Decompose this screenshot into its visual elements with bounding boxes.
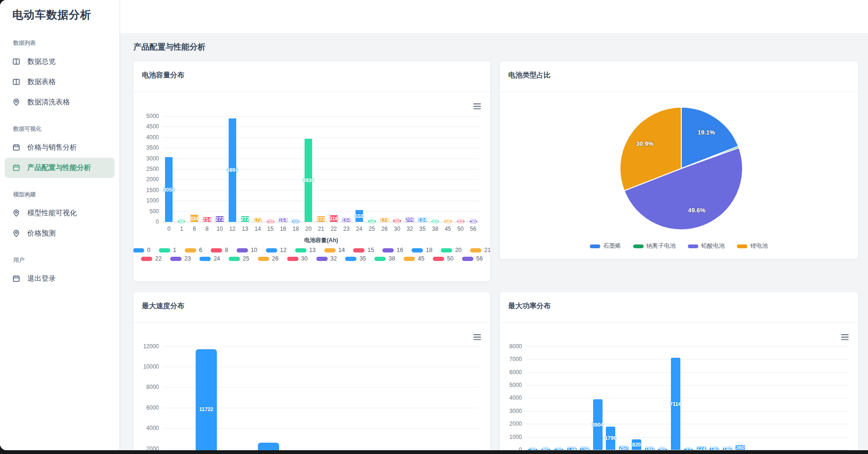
legend-item-石墨烯[interactable]: 石墨烯 — [590, 242, 621, 250]
legend-item-12[interactable]: 12 — [266, 247, 287, 253]
legend-item-13[interactable]: 13 — [295, 247, 316, 253]
x-axis-tick-label: 32 — [404, 226, 416, 232]
legend-label: 50 — [447, 255, 454, 262]
y-axis-tick-label: 5000 — [501, 382, 522, 388]
legend-item-0[interactable]: 0 — [133, 247, 150, 253]
legend-label: 15 — [367, 247, 374, 253]
legend-marker — [159, 248, 170, 252]
gridline — [163, 137, 479, 138]
y-axis-tick-label: 3000 — [138, 155, 159, 162]
legend-label: 钠离子电池 — [646, 242, 676, 250]
legend-item-23[interactable]: 23 — [170, 255, 191, 262]
legend-item-15[interactable]: 15 — [353, 247, 374, 253]
sidebar-item-1-0[interactable]: 价格与销售分析 — [5, 137, 115, 158]
legend-row: 0168101213141516182021 — [133, 247, 490, 253]
sidebar-item-2-0[interactable]: 模型性能可视化 — [5, 203, 115, 223]
bar-value-label: 56 — [285, 218, 306, 225]
legend-label: 35 — [359, 255, 366, 262]
gridline — [526, 437, 848, 437]
top-bar — [119, 0, 868, 33]
legend-label: 20 — [455, 247, 462, 253]
legend-marker — [266, 248, 277, 252]
legend-marker — [170, 257, 182, 261]
legend-item-35[interactable]: 35 — [345, 255, 366, 262]
legend-item-32[interactable]: 32 — [316, 255, 337, 262]
legend-marker — [229, 257, 240, 261]
legend-marker — [185, 248, 196, 252]
legend-item-6[interactable]: 6 — [185, 247, 202, 253]
x-axis-tick-label: 14 — [251, 226, 264, 232]
legend-marker — [141, 257, 152, 261]
card-max-speed: 最大速度分布 02000400060008000100001200011722 — [133, 292, 490, 450]
legend-marker — [345, 257, 356, 261]
legend-marker — [441, 248, 452, 252]
x-axis-tick-label: 10 — [214, 226, 226, 232]
sidebar-section-label: 用户 — [13, 256, 106, 264]
x-axis-tick-label: 18 — [289, 226, 302, 232]
legend-marker — [211, 248, 222, 252]
x-axis-tick-label: 56 — [467, 226, 479, 232]
legend-item-24[interactable]: 24 — [199, 255, 220, 262]
x-axis-tick-label: 20 — [302, 226, 315, 232]
legend-item-56[interactable]: 56 — [462, 255, 483, 262]
bar-value-label: 154 — [574, 446, 595, 450]
legend-item-30[interactable]: 30 — [287, 255, 308, 262]
main-area: 产品配置与性能分析 电池容量分布 05001000150020002500300… — [119, 0, 868, 450]
legend-item-22[interactable]: 22 — [141, 255, 162, 262]
gridline — [526, 398, 848, 398]
legend-label: 45 — [418, 255, 424, 262]
legend-label: 23 — [184, 255, 191, 262]
x-axis-tick-label: 1 — [175, 226, 188, 232]
legend-item-26[interactable]: 26 — [258, 255, 279, 262]
legend-marker — [633, 244, 644, 248]
sidebar-item-0-1[interactable]: 数据表格 — [5, 72, 115, 92]
y-axis-tick-label: 4000 — [501, 395, 522, 401]
legend-item-21[interactable]: 21 — [470, 247, 490, 253]
legend-item-14[interactable]: 14 — [324, 247, 345, 253]
legend-item-25[interactable]: 25 — [229, 255, 249, 262]
sidebar-item-2-1[interactable]: 价格预测 — [5, 223, 115, 244]
x-axis-tick-label: 24 — [353, 226, 365, 232]
legend-item-16[interactable]: 16 — [382, 247, 403, 253]
legend-label: 铅酸电池 — [701, 242, 725, 250]
calendar-icon — [12, 143, 20, 151]
calendar-icon — [12, 275, 20, 283]
sidebar-item-3-0[interactable]: 退出登录 — [5, 269, 115, 289]
sidebar-nav: 数据列表数据总览数据表格数据清洗表格数据可视化价格与销售分析产品配置与性能分析模… — [0, 26, 119, 289]
legend-label: 10 — [251, 247, 257, 253]
legend-marker — [462, 257, 473, 261]
gridline — [163, 116, 479, 117]
legend-item-50[interactable]: 50 — [433, 255, 454, 262]
bar — [258, 443, 279, 450]
legend-item-锂电池[interactable]: 锂电池 — [737, 242, 768, 250]
sidebar-item-1-1[interactable]: 产品配置与性能分析 — [5, 158, 115, 178]
table-columns-icon — [12, 78, 20, 86]
legend-item-45[interactable]: 45 — [404, 255, 424, 262]
legend-label: 26 — [272, 255, 279, 262]
legend-item-18[interactable]: 18 — [412, 247, 432, 253]
legend-item-10[interactable]: 10 — [237, 247, 257, 253]
legend-item-1[interactable]: 1 — [159, 247, 176, 253]
x-axis-tick-label: 12 — [226, 226, 239, 232]
legend-marker — [316, 257, 328, 261]
x-axis-tick-label: 26 — [378, 226, 391, 232]
legend-item-铅酸电池[interactable]: 铅酸电池 — [688, 242, 725, 250]
legend-marker — [688, 244, 698, 248]
legend-item-38[interactable]: 38 — [374, 255, 395, 262]
y-axis-tick-label: 2500 — [138, 166, 159, 172]
legend-label: 锂电池 — [750, 242, 768, 250]
bar-value-label: 1796 — [600, 435, 621, 441]
legend-marker — [133, 248, 144, 252]
legend-item-8[interactable]: 8 — [211, 247, 228, 253]
legend-marker — [590, 244, 600, 248]
sidebar-item-0-2[interactable]: 数据清洗表格 — [5, 92, 115, 112]
gridline — [526, 372, 848, 373]
y-axis-tick-label: 3500 — [138, 144, 159, 151]
legend-item-20[interactable]: 20 — [441, 247, 462, 253]
gridline — [526, 424, 848, 424]
legend-item-钠离子电池[interactable]: 钠离子电池 — [633, 242, 676, 250]
y-axis-tick-label: 2000 — [138, 176, 159, 183]
sidebar-item-0-0[interactable]: 数据总览 — [5, 51, 115, 72]
y-axis-tick-label: 12000 — [138, 343, 159, 350]
bar-value-label: 4894 — [222, 167, 243, 173]
